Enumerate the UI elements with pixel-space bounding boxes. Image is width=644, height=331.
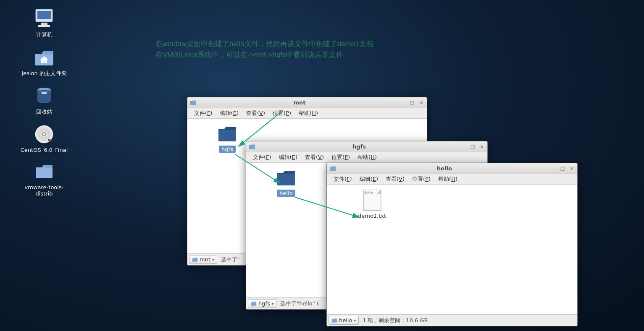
menu-help[interactable]: 帮助(H): [354, 153, 380, 162]
menu-places[interactable]: 位置(P): [328, 153, 353, 162]
chevron-down-icon: ▾: [354, 318, 356, 323]
menu-places[interactable]: 位置(P): [409, 175, 434, 184]
path-label: hgfs: [258, 300, 270, 307]
menubar: 文件(F) 编辑(E) 查看(V) 位置(P) 帮助(H): [327, 174, 577, 185]
folder-icon: [192, 257, 198, 263]
status-text: 1 项，剩余空间：10.6 GB: [363, 317, 428, 324]
annotation-text: 在window桌面中创建了hello文件，然后再该文件中创建了demo1文档 在…: [155, 39, 373, 60]
computer-icon: [33, 8, 55, 29]
window-title: hgfs: [258, 143, 460, 150]
window-buttons: _ □ ×: [460, 144, 485, 150]
svg-point-9: [43, 133, 45, 136]
menu-edit[interactable]: 编辑(E): [217, 109, 242, 118]
menu-file[interactable]: 文件(F): [330, 175, 355, 184]
close-button[interactable]: ×: [569, 166, 575, 172]
folder-label: hgfs: [219, 146, 236, 153]
minimize-button[interactable]: _: [400, 100, 406, 106]
svg-text:DVD: DVD: [48, 138, 55, 142]
svg-rect-3: [38, 25, 50, 27]
svg-rect-2: [41, 23, 47, 25]
folder-icon: [331, 318, 337, 323]
menu-view[interactable]: 查看(V): [243, 109, 268, 118]
desktop-icons: 计算机 Jesion 的主文件夹 回收站 DVD CentOS_6.0_Fina…: [17, 8, 71, 204]
maximize-button[interactable]: □: [560, 166, 565, 172]
desktop-vmware-tools[interactable]: vmware-tools-distrib: [17, 161, 71, 197]
window-title: mnt: [199, 99, 400, 106]
path-button[interactable]: hello ▾: [329, 316, 359, 325]
folder-icon: [33, 161, 55, 182]
desktop-vmware-tools-label: vmware-tools-distrib: [25, 184, 64, 197]
file-viewport[interactable]: Hello demo1.txt: [327, 185, 577, 314]
folder-icon: [217, 124, 238, 144]
menubar: 文件(F) 编辑(E) 查看(V) 位置(P) 帮助(H): [246, 152, 487, 163]
desktop-home[interactable]: Jesion 的主文件夹: [17, 46, 71, 77]
desktop-trash-label: 回收站: [36, 108, 53, 116]
path-button[interactable]: hgfs ▾: [248, 299, 276, 308]
folder-hgfs[interactable]: hgfs: [217, 124, 238, 153]
file-demo1[interactable]: Hello demo1.txt: [355, 190, 389, 219]
dvd-icon: DVD: [33, 123, 55, 145]
window-hello[interactable]: hello _ □ × 文件(F) 编辑(E) 查看(V) 位置(P) 帮助(H…: [326, 163, 578, 326]
minimize-button[interactable]: _: [550, 166, 556, 172]
folder-icon: [276, 168, 297, 188]
svg-rect-1: [37, 11, 51, 19]
menu-file[interactable]: 文件(F): [191, 109, 216, 118]
menu-edit[interactable]: 编辑(E): [276, 153, 301, 162]
desktop-dvd[interactable]: DVD CentOS_6.0_Final: [17, 123, 71, 153]
close-button[interactable]: ×: [479, 144, 485, 150]
desktop-computer-label: 计算机: [36, 31, 53, 39]
window-buttons: _ □ ×: [400, 100, 424, 106]
path-button[interactable]: mnt ▾: [189, 255, 217, 264]
minimize-button[interactable]: _: [460, 144, 466, 150]
path-label: hello: [339, 317, 352, 323]
status-text: 选中了": [221, 256, 240, 263]
maximize-button[interactable]: □: [409, 100, 415, 106]
titlebar[interactable]: hello _ □ ×: [327, 163, 577, 174]
desktop-computer[interactable]: 计算机: [17, 8, 71, 39]
trash-icon: [33, 85, 55, 107]
menu-help[interactable]: 帮助(H): [295, 109, 321, 118]
folder-label: hello: [277, 190, 295, 197]
text-file-icon: Hello: [363, 190, 381, 211]
window-title: hello: [339, 165, 550, 172]
menu-view[interactable]: 查看(V): [382, 175, 408, 184]
menu-file[interactable]: 文件(F): [250, 153, 275, 162]
file-label: demo1.txt: [355, 212, 389, 219]
maximize-button[interactable]: □: [470, 144, 476, 150]
close-button[interactable]: ×: [418, 100, 424, 106]
path-label: mnt: [200, 256, 210, 263]
folder-icon: [190, 99, 197, 106]
folder-icon: [251, 301, 257, 307]
menu-view[interactable]: 查看(V): [302, 153, 327, 162]
window-buttons: _ □ ×: [550, 166, 575, 172]
menu-edit[interactable]: 编辑(E): [356, 175, 381, 184]
menu-places[interactable]: 位置(P): [269, 109, 294, 118]
statusbar: hello ▾ 1 项，剩余空间：10.6 GB: [327, 314, 577, 326]
titlebar[interactable]: mnt _ □ ×: [187, 97, 427, 108]
folder-icon: [329, 165, 336, 172]
chevron-down-icon: ▾: [272, 302, 274, 306]
menubar: 文件(F) 编辑(E) 查看(V) 位置(P) 帮助(H): [187, 108, 427, 119]
chevron-down-icon: ▾: [212, 258, 214, 262]
desktop-dvd-label: CentOS_6.0_Final: [21, 147, 68, 153]
titlebar[interactable]: hgfs _ □ ×: [246, 141, 487, 152]
folder-hello[interactable]: hello: [276, 168, 297, 197]
menu-help[interactable]: 帮助(H): [435, 175, 461, 184]
status-text: 选中了"hello" (: [280, 300, 319, 308]
desktop-home-label: Jesion 的主文件夹: [21, 70, 67, 77]
svg-rect-5: [42, 92, 47, 94]
desktop-trash[interactable]: 回收站: [17, 85, 71, 116]
home-folder-icon: [33, 46, 55, 68]
folder-icon: [249, 143, 255, 150]
